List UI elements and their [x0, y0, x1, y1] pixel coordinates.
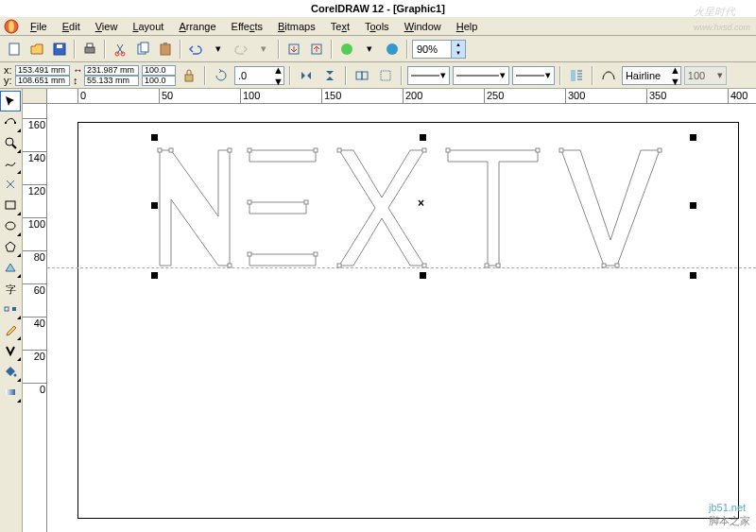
line-start-combo[interactable]: ▾ [407, 66, 450, 85]
save-button[interactable] [49, 39, 70, 60]
menubar: File Edit View Layout Arrange Effects Bi… [0, 17, 756, 36]
rectangle-tool[interactable] [0, 195, 21, 215]
group-icon[interactable] [375, 65, 396, 86]
menu-window[interactable]: Window [397, 19, 449, 34]
menu-layout[interactable]: Layout [125, 19, 171, 34]
smart-draw-tool[interactable] [0, 174, 21, 195]
w-input[interactable] [84, 65, 139, 76]
zoom-input[interactable] [413, 42, 451, 57]
svg-rect-49 [422, 264, 426, 267]
scale-y[interactable] [142, 76, 176, 86]
print-button[interactable] [79, 39, 100, 60]
rotation-input[interactable] [235, 68, 273, 83]
outline-combo[interactable]: ▲▼ [622, 66, 681, 85]
zoom-tool[interactable] [0, 132, 21, 153]
svg-point-27 [6, 138, 13, 146]
rotation-combo[interactable]: ▲▼ [234, 66, 284, 85]
x-input[interactable] [15, 65, 70, 76]
menu-edit[interactable]: Edit [55, 19, 88, 34]
redo-button[interactable] [231, 39, 251, 60]
mirror-v[interactable] [319, 65, 340, 86]
sel-handle-bm[interactable] [420, 272, 426, 279]
line-style-combo[interactable]: ▾ [453, 66, 509, 85]
interactive-fill-tool[interactable] [0, 382, 21, 403]
sel-handle-tm[interactable] [420, 134, 426, 141]
menu-file[interactable]: File [23, 19, 55, 34]
sel-center-x[interactable]: × [418, 197, 424, 210]
nudge-field: 100▾ [684, 66, 727, 85]
fill-tool[interactable] [0, 361, 21, 382]
zoom-spinner[interactable]: ▲▼ [451, 41, 465, 58]
app-launcher[interactable] [336, 39, 357, 60]
mirror-h[interactable] [296, 65, 317, 86]
menu-arrange[interactable]: Arrange [171, 19, 223, 34]
blend-tool[interactable] [0, 299, 21, 319]
paste-button[interactable] [155, 39, 176, 60]
sel-handle-tl[interactable] [151, 134, 158, 141]
freehand-tool[interactable] [0, 153, 21, 174]
export-button[interactable] [306, 39, 327, 60]
svg-point-34 [14, 374, 17, 377]
rotation-icon [211, 65, 232, 86]
selected-artwork[interactable] [155, 141, 703, 283]
rotation-spinner[interactable]: ▲▼ [273, 64, 284, 87]
copy-button[interactable] [132, 39, 153, 60]
svg-rect-11 [161, 44, 170, 55]
scale-x[interactable] [142, 65, 176, 76]
polygon-tool[interactable] [0, 236, 21, 257]
ruler-origin[interactable] [23, 89, 47, 104]
y-input[interactable] [15, 76, 70, 86]
menu-view[interactable]: View [88, 19, 126, 34]
app-icon [4, 19, 19, 34]
sel-handle-br[interactable] [690, 272, 696, 279]
ruler-vertical[interactable]: 160 140 120 100 80 60 40 20 0 [23, 104, 47, 532]
sel-handle-tr[interactable] [690, 134, 696, 141]
pick-tool[interactable] [0, 91, 21, 112]
app-title: CorelDRAW 12 - [Graphic1] [311, 3, 445, 14]
corel-online[interactable] [382, 39, 403, 60]
outline-input[interactable] [623, 68, 670, 83]
svg-rect-35 [6, 389, 15, 395]
app-launcher-drop[interactable]: ▾ [359, 39, 380, 60]
ungroup-icon[interactable] [352, 65, 372, 86]
menu-tools[interactable]: Tools [357, 19, 397, 34]
position-fields: x: y: [4, 65, 70, 86]
ruler-horizontal[interactable]: 0 50 100 150 200 250 300 350 400 [47, 89, 756, 104]
wrap-text-icon[interactable] [566, 65, 587, 86]
line-end-combo[interactable]: ▾ [512, 66, 555, 85]
lock-ratio[interactable] [179, 65, 199, 86]
shape-tool[interactable] [0, 112, 21, 132]
outline-tool[interactable] [0, 340, 21, 361]
menu-help[interactable]: Help [449, 19, 486, 34]
undo-button[interactable] [185, 39, 206, 60]
h-input[interactable] [84, 76, 139, 86]
workspace: 字 0 50 100 150 200 250 300 350 400 160 1… [0, 89, 756, 532]
redo-drop[interactable]: ▾ [253, 39, 274, 60]
sel-handle-bl[interactable] [151, 272, 158, 279]
ellipse-tool[interactable] [0, 215, 21, 236]
sel-handle-mr[interactable] [690, 202, 696, 209]
basic-shapes-tool[interactable] [0, 257, 21, 278]
import-button[interactable] [284, 39, 304, 60]
svg-rect-18 [356, 72, 362, 79]
text-tool[interactable]: 字 [0, 278, 21, 299]
outline-spinner[interactable]: ▲▼ [670, 64, 680, 87]
svg-rect-5 [85, 47, 94, 53]
menu-text[interactable]: Text [323, 19, 357, 34]
open-button[interactable] [26, 39, 47, 60]
cut-button[interactable] [110, 39, 130, 60]
svg-rect-26 [14, 122, 16, 124]
svg-rect-36 [158, 148, 162, 152]
canvas[interactable]: 0 50 100 150 200 250 300 350 400 160 140… [23, 89, 756, 532]
new-button[interactable] [4, 39, 25, 60]
svg-point-15 [341, 43, 352, 55]
watermark-bottom: jb51.net脚本之家 [709, 501, 750, 528]
eyedropper-tool[interactable] [0, 319, 21, 340]
undo-drop[interactable]: ▾ [208, 39, 229, 60]
menu-bitmaps[interactable]: Bitmaps [270, 19, 323, 34]
svg-rect-12 [163, 43, 167, 45]
zoom-combo[interactable]: ▲▼ [412, 40, 466, 59]
sel-handle-ml[interactable] [151, 202, 158, 209]
menu-effects[interactable]: Effects [224, 19, 270, 34]
svg-rect-47 [422, 148, 426, 152]
